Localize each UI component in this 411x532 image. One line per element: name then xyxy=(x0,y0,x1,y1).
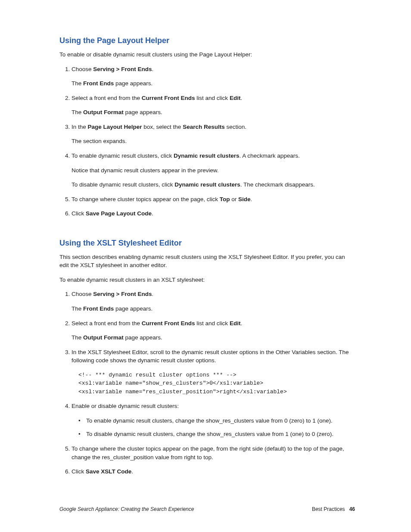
section-heading-xslt: Using the XSLT Stylesheet Editor xyxy=(59,239,355,248)
step-text: To change where cluster topics appear on… xyxy=(72,195,355,204)
step-subtext: Notice that dynamic result clusters appe… xyxy=(72,166,355,175)
step-item: In the Page Layout Helper box, select th… xyxy=(72,123,355,146)
step-item: Choose Serving > Front Ends.The Front En… xyxy=(72,65,355,88)
step-item: Click Save Page Layout Code. xyxy=(72,209,355,218)
section-heading-page-layout: Using the Page Layout Helper xyxy=(59,36,355,45)
step-subtext: The Front Ends page appears. xyxy=(72,79,355,88)
step-text: In the XSLT Stylesheet Editor, scroll to… xyxy=(72,348,355,365)
step-item: Click Save XSLT Code. xyxy=(72,467,355,476)
step-text: Choose Serving > Front Ends. xyxy=(72,290,355,299)
section1-steps: Choose Serving > Front Ends.The Front En… xyxy=(59,65,355,218)
step-text: Enable or disable dynamic result cluster… xyxy=(72,402,355,411)
step-item: Select a front end from the Current Fron… xyxy=(72,319,355,342)
step-item: Enable or disable dynamic result cluster… xyxy=(72,402,355,439)
step-subtext: The Output Format page appears. xyxy=(72,108,355,117)
footer-doc-title: Google Search Appliance: Creating the Se… xyxy=(59,506,194,512)
section2-intro: This section describes enabling dynamic … xyxy=(59,253,355,270)
code-block: <!-- *** dynamic result cluster options … xyxy=(72,371,355,396)
footer-page-number: 46 xyxy=(349,506,355,512)
section2-lead: To enable dynamic result clusters in an … xyxy=(59,276,355,284)
step-text: To change where the cluster topics appea… xyxy=(72,445,355,461)
step-item: Select a front end from the Current Fron… xyxy=(72,94,355,117)
step-item: To enable dynamic result clusters, click… xyxy=(72,152,355,189)
step-text: In the Page Layout Helper box, select th… xyxy=(72,123,355,131)
step-subtext: The Output Format page appears. xyxy=(72,333,355,342)
footer-page-info: Best Practices 46 xyxy=(312,506,355,512)
bullet-item: To enable dynamic result clusters, chang… xyxy=(78,417,355,425)
footer-section-label: Best Practices xyxy=(312,506,345,512)
step-item: Choose Serving > Front Ends.The Front En… xyxy=(72,290,355,313)
step-item: In the XSLT Stylesheet Editor, scroll to… xyxy=(72,348,355,396)
step-subtext: The Front Ends page appears. xyxy=(72,305,355,313)
step-item: To change where the cluster topics appea… xyxy=(72,445,355,461)
step-item: To change where cluster topics appear on… xyxy=(72,195,355,204)
bullet-list: To enable dynamic result clusters, chang… xyxy=(72,417,355,439)
page-footer: Google Search Appliance: Creating the Se… xyxy=(59,506,355,512)
step-text: Select a front end from the Current Fron… xyxy=(72,94,355,103)
section2-steps: Choose Serving > Front Ends.The Front En… xyxy=(59,290,355,476)
step-text: Select a front end from the Current Fron… xyxy=(72,319,355,328)
step-text: Click Save Page Layout Code. xyxy=(72,209,355,218)
step-subtext: To disable dynamic result clusters, clic… xyxy=(72,180,355,189)
step-text: To enable dynamic result clusters, click… xyxy=(72,152,355,160)
step-text: Click Save XSLT Code. xyxy=(72,467,355,476)
step-subtext: The section expands. xyxy=(72,137,355,146)
section1-intro: To enable or disable dynamic result clus… xyxy=(59,50,355,59)
page-content: Using the Page Layout Helper To enable o… xyxy=(0,0,411,476)
bullet-item: To disable dynamic result clusters, chan… xyxy=(78,430,355,439)
step-text: Choose Serving > Front Ends. xyxy=(72,65,355,74)
